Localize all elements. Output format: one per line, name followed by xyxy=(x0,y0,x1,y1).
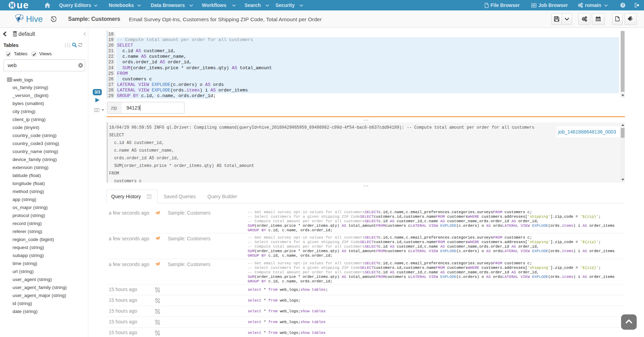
svg-text:?: ? xyxy=(622,3,624,7)
svg-text:ue: ue xyxy=(17,0,29,10)
